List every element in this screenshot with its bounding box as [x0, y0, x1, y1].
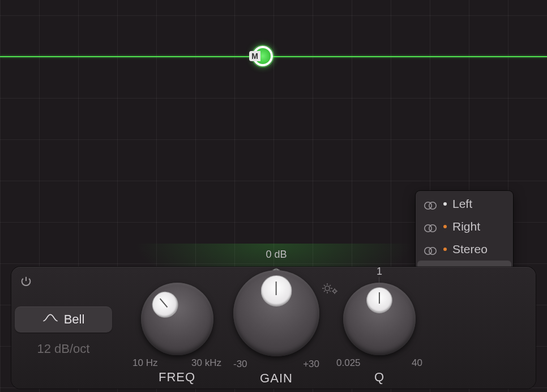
- eq-plugin-window: M Left Right Stereo: [0, 0, 547, 392]
- option-indicator-dot: [443, 225, 447, 228]
- filter-shape-label: Bell: [64, 312, 85, 327]
- q-min-label: 0.025: [336, 357, 361, 369]
- stereo-circles-icon: [423, 245, 438, 254]
- option-indicator-dot: [443, 248, 447, 251]
- placement-option-left[interactable]: Left: [417, 193, 511, 215]
- q-name-label: Q: [334, 370, 425, 385]
- q-max-label: 40: [412, 357, 422, 369]
- q-value-label: 1: [334, 266, 425, 278]
- bell-curve-icon: [42, 312, 58, 327]
- q-knob-group: 1 │ 0.025 40 Q: [334, 267, 425, 389]
- stereo-circles-icon: [423, 199, 438, 208]
- svg-line-25: [330, 285, 331, 286]
- knob-indicator: [147, 286, 183, 323]
- option-indicator-dot: [443, 202, 447, 206]
- gain-name-label: GAIN: [231, 371, 322, 386]
- svg-line-24: [324, 291, 325, 292]
- freq-min-label: 10 Hz: [133, 357, 157, 369]
- band-controls-panel: Bell 12 dB/oct 10 Hz 30 kHz FREQ 0 dB ◂▸…: [11, 267, 536, 389]
- option-label: Stereo: [452, 242, 488, 256]
- svg-point-3: [429, 225, 436, 232]
- svg-line-23: [330, 291, 331, 292]
- svg-point-1: [429, 202, 436, 209]
- svg-point-17: [325, 286, 330, 291]
- band-handle[interactable]: M: [253, 46, 273, 66]
- freq-max-label: 30 kHz: [191, 357, 221, 369]
- gain-min-label: -30: [233, 359, 247, 370]
- freq-knob[interactable]: [141, 283, 213, 355]
- zero-db-line: [0, 56, 547, 57]
- freq-name-label: FREQ: [130, 370, 224, 385]
- filter-shape-button[interactable]: Bell: [15, 306, 112, 333]
- gain-value-label: 0 dB: [231, 249, 322, 261]
- option-label: Right: [452, 220, 480, 233]
- gear-icon[interactable]: [322, 282, 339, 297]
- svg-point-5: [429, 248, 436, 254]
- gain-knob-group: 0 dB ◂▸ -30 +30 GAIN: [231, 267, 322, 389]
- freq-knob-group: 10 Hz 30 kHz FREQ: [130, 267, 224, 389]
- svg-line-22: [324, 285, 325, 286]
- svg-point-26: [334, 290, 336, 293]
- knob-indicator: [366, 287, 392, 313]
- gain-max-label: +30: [303, 359, 319, 370]
- band-handle-label: M: [249, 51, 260, 61]
- band-power-button[interactable]: [16, 271, 36, 292]
- knob-indicator: [261, 275, 292, 306]
- placement-option-stereo[interactable]: Stereo: [417, 238, 511, 261]
- filter-slope-button[interactable]: 12 dB/oct: [15, 342, 112, 356]
- q-knob[interactable]: [343, 283, 416, 355]
- placement-option-right[interactable]: Right: [417, 215, 511, 238]
- gain-knob[interactable]: [233, 270, 319, 356]
- option-label: Left: [452, 197, 472, 211]
- stereo-circles-icon: [423, 222, 438, 231]
